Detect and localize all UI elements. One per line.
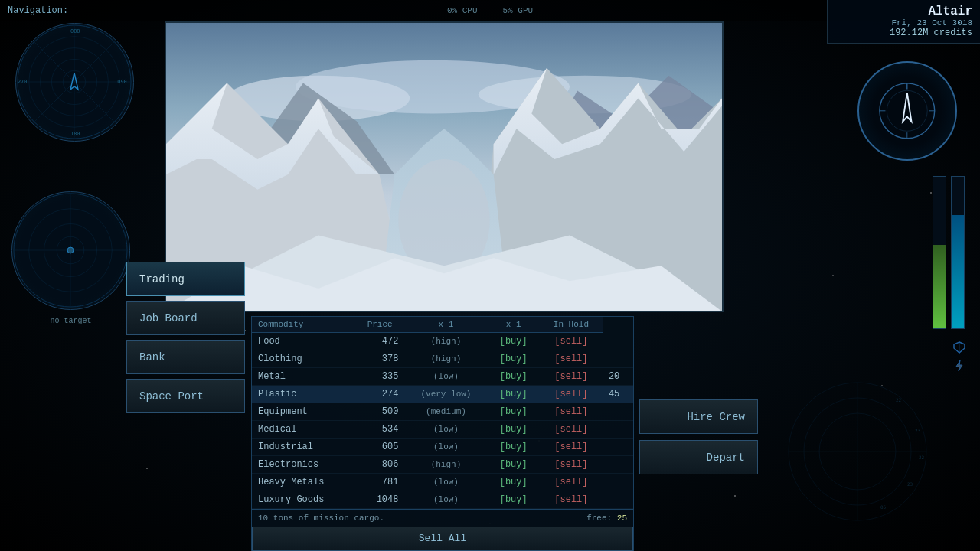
trade-table-body: Food472(high)[buy][sell]Clothing378(high… <box>252 333 633 509</box>
trade-table: Commodity Price x 1 x 1 In Hold Food472(… <box>252 317 633 509</box>
table-row[interactable]: Medical534(low)[buy][sell] <box>252 421 633 439</box>
svg-text:090: 090 <box>117 79 126 85</box>
col-inhold: In Hold <box>540 317 603 333</box>
quality-cell: (low) <box>404 368 487 386</box>
navigation-view <box>165 21 724 312</box>
price-cell: 806 <box>355 456 405 474</box>
commodity-cell: Medical <box>252 421 355 439</box>
svg-text:000: 000 <box>70 28 80 34</box>
table-row[interactable]: Heavy Metals781(low)[buy][sell] <box>252 474 633 491</box>
price-cell: 500 <box>355 403 405 421</box>
buy-cell[interactable]: [buy] <box>487 368 540 386</box>
table-row[interactable]: Plastic274(very low)[buy][sell]45 <box>252 386 633 403</box>
table-row[interactable]: Electronics806(high)[buy][sell] <box>252 456 633 474</box>
price-cell: 605 <box>355 439 405 456</box>
svg-text:23: 23 <box>907 481 913 487</box>
commodity-cell: Equipment <box>252 403 355 421</box>
compass-circle <box>858 61 957 161</box>
sell-cell[interactable]: [sell] <box>540 403 603 421</box>
sell-cell[interactable]: [sell] <box>540 386 603 403</box>
hold-cell <box>603 491 633 509</box>
buy-cell[interactable]: [buy] <box>487 350 540 368</box>
sell-cell[interactable]: [sell] <box>540 491 603 509</box>
buy-cell[interactable]: [buy] <box>487 439 540 456</box>
table-row[interactable]: Luxury Goods1048(low)[buy][sell] <box>252 491 633 509</box>
sell-cell[interactable]: [sell] <box>540 350 603 368</box>
no-target-label: no target <box>50 317 91 325</box>
svg-point-35 <box>880 83 935 139</box>
buy-cell[interactable]: [buy] <box>487 474 540 491</box>
fuel-fill-1 <box>952 215 964 329</box>
sell-cell[interactable]: [sell] <box>540 439 603 456</box>
depart-button[interactable]: Depart <box>639 440 758 474</box>
cpu-stat: 0% CPU <box>447 6 478 15</box>
buy-cell[interactable]: [buy] <box>487 403 540 421</box>
commodity-cell: Food <box>252 333 355 350</box>
radar-top: 000 180 270 090 <box>15 23 134 142</box>
buy-cell[interactable]: [buy] <box>487 386 540 403</box>
space-port-button[interactable]: Space Port <box>126 379 245 413</box>
col-sell: x 1 <box>487 317 540 333</box>
trading-button[interactable]: Trading <box>126 262 245 296</box>
sell-cell[interactable]: [sell] <box>540 456 603 474</box>
quality-cell: (low) <box>404 474 487 491</box>
svg-text:05: 05 <box>880 504 887 510</box>
sell-cell[interactable]: [sell] <box>540 474 603 491</box>
buy-cell[interactable]: [buy] <box>487 491 540 509</box>
nav-label: Navigation: <box>0 5 76 16</box>
col-price: Price <box>355 317 405 333</box>
hold-cell: 45 <box>603 386 633 403</box>
col-buy: x 1 <box>404 317 487 333</box>
commodity-cell: Clothing <box>252 350 355 368</box>
svg-text:22: 22 <box>896 397 902 403</box>
mission-cargo-text: 10 tons of mission cargo. <box>258 514 384 523</box>
hold-cell <box>603 456 633 474</box>
buy-cell[interactable]: [buy] <box>487 421 540 439</box>
price-cell: 534 <box>355 421 405 439</box>
quality-cell: (medium) <box>404 403 487 421</box>
table-row[interactable]: Industrial605(low)[buy][sell] <box>252 439 633 456</box>
trade-footer: 10 tons of mission cargo. free: 25 <box>252 509 633 527</box>
svg-marker-37 <box>903 93 911 122</box>
col-commodity: Commodity <box>252 317 355 333</box>
info-panel: Altair Fri, 23 Oct 3018 192.12M credits <box>827 0 980 44</box>
bolt-icon <box>952 359 966 373</box>
perf-stats: 0% CPU 5% GPU <box>447 6 533 15</box>
hold-cell <box>603 350 633 368</box>
svg-text:23: 23 <box>915 428 921 433</box>
buy-cell[interactable]: [buy] <box>487 333 540 350</box>
radar-circle-top: 000 180 270 090 <box>15 23 134 142</box>
commodity-cell: Heavy Metals <box>252 474 355 491</box>
trade-panel: Commodity Price x 1 x 1 In Hold Food472(… <box>251 316 634 551</box>
sell-all-button[interactable]: Sell All <box>252 527 633 551</box>
svg-point-34 <box>67 247 74 253</box>
quality-cell: (low) <box>404 439 487 456</box>
credits-display: 192.12M credits <box>835 28 972 38</box>
svg-text:270: 270 <box>18 79 27 85</box>
table-row[interactable]: Food472(high)[buy][sell] <box>252 333 633 350</box>
bank-button[interactable]: Bank <box>126 340 245 374</box>
hold-cell <box>603 421 633 439</box>
hire-crew-button[interactable]: Hire Crew <box>639 399 758 434</box>
fuel-fill-2 <box>933 245 946 328</box>
commodity-cell: Metal <box>252 368 355 386</box>
quality-cell: (high) <box>404 333 487 350</box>
action-buttons: Hire Crew Depart <box>639 399 758 474</box>
quality-cell: (low) <box>404 421 487 439</box>
sell-cell[interactable]: [sell] <box>540 333 603 350</box>
sell-cell[interactable]: [sell] <box>540 421 603 439</box>
table-row[interactable]: Clothing378(high)[buy][sell] <box>252 350 633 368</box>
tech-deco: 22 23 22 23 05 <box>781 375 934 528</box>
svg-text:180: 180 <box>70 131 80 137</box>
table-row[interactable]: Metal335(low)[buy][sell]20 <box>252 368 633 386</box>
sell-cell[interactable]: [sell] <box>540 368 603 386</box>
job-board-button[interactable]: Job Board <box>126 301 245 335</box>
nav-buttons: Trading Job Board Bank Space Port <box>126 262 245 413</box>
quality-cell: (low) <box>404 491 487 509</box>
buy-cell[interactable]: [buy] <box>487 456 540 474</box>
fuel-gauge-1 <box>951 176 965 329</box>
table-row[interactable]: Equipment500(medium)[buy][sell] <box>252 403 633 421</box>
nav-image <box>166 23 722 311</box>
shield-icon <box>952 341 966 354</box>
price-cell: 781 <box>355 474 405 491</box>
